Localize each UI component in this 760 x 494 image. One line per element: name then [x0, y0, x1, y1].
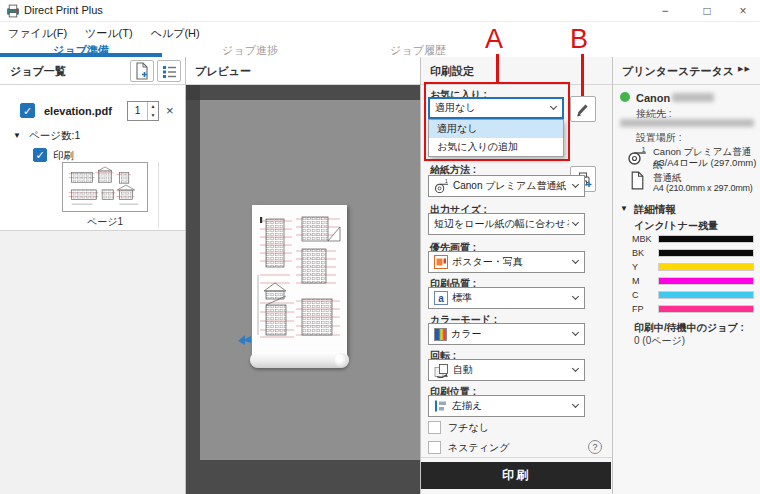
align-left-icon [434, 399, 448, 413]
redacted-printer-model [672, 93, 714, 102]
list-view-icon [161, 63, 178, 80]
chevron-down-icon [572, 365, 579, 372]
step-down-icon[interactable]: ▼ [148, 111, 158, 120]
tab-job-history[interactable]: ジョブ履歴 [338, 44, 498, 57]
ink-bar [658, 291, 754, 299]
divider [158, 162, 159, 228]
stepper-arrows[interactable]: ▲▼ [147, 102, 158, 120]
print-position-value: 左揃え [452, 399, 569, 413]
add-file-button[interactable] [130, 60, 154, 82]
annotation-box [424, 82, 570, 161]
horizontal-ruler [200, 85, 420, 100]
job-list-title: ジョブ一覧 [10, 64, 66, 79]
elevation-drawing [252, 205, 347, 357]
divider [420, 457, 612, 458]
ink-row: M [632, 274, 754, 288]
poster-photo-icon [434, 255, 448, 269]
print-button[interactable]: 印刷 [421, 462, 611, 489]
details-label: 詳細情報 [634, 203, 676, 217]
roll-paper-icon [627, 146, 647, 166]
preview-paper[interactable] [252, 205, 347, 357]
preview-title: プレビュー [195, 64, 251, 79]
ink-name: Y [632, 262, 658, 272]
ink-row: FP [632, 302, 754, 316]
menu-help[interactable]: ヘルプ(H) [151, 26, 200, 41]
help-icon[interactable]: ? [588, 440, 602, 454]
menu-file[interactable]: ファイル(F) [8, 26, 67, 41]
page-count-label: ページ数:1 [29, 129, 80, 143]
move-arrow-icon[interactable] [238, 334, 252, 346]
chevron-down-icon [572, 293, 579, 300]
paper-roll-curl [250, 352, 349, 368]
page-thumbnail[interactable] [62, 162, 148, 212]
annotation-letter-b: B [570, 24, 588, 55]
print-position-select[interactable]: 左揃え [428, 395, 585, 417]
chevron-down-icon [572, 329, 579, 336]
status-green-dot [620, 92, 630, 102]
ink-name: BK [632, 248, 658, 258]
ink-name: M [632, 276, 658, 286]
rotate-icon [434, 363, 449, 378]
chevron-down-icon [572, 219, 579, 226]
svg-text:a: a [438, 293, 444, 304]
sheet-media-line2: A4 (210.0mm x 297.0mm) [653, 183, 753, 193]
ink-name: MBK [632, 234, 658, 244]
nesting-label: ネスティング [448, 441, 509, 455]
remove-job-button[interactable]: × [166, 103, 174, 118]
ink-name: FP [632, 304, 658, 314]
nesting-checkbox[interactable] [428, 441, 441, 454]
minimize-button[interactable]: − [648, 0, 682, 22]
roll-end [334, 353, 348, 367]
list-view-button[interactable] [157, 60, 181, 82]
ink-bar [658, 263, 754, 271]
borderless-checkbox[interactable] [428, 421, 441, 434]
window-title: Direct Print Plus [24, 4, 103, 16]
ink-bar [658, 277, 754, 285]
location-label: 設置場所 : [636, 131, 682, 145]
add-file-icon [134, 62, 150, 80]
ink-levels: MBKBKYMCFP [632, 232, 754, 316]
job-list-empty-area [0, 230, 185, 494]
tab-job-progress[interactable]: ジョブ進捗 [162, 44, 338, 57]
job-checkbox[interactable]: ✓ [20, 103, 35, 118]
copies-stepper[interactable]: 1 ▲▼ [127, 101, 159, 121]
job-file-name[interactable]: elevation.pdf [44, 105, 112, 117]
color-mode-value: カラー [451, 327, 569, 341]
divider [420, 57, 421, 494]
print-page-label: 印刷 [53, 149, 74, 163]
jobs-label: 印刷中/待機中のジョブ : [634, 321, 744, 335]
maximize-button[interactable]: □ [690, 0, 724, 22]
print-quality-select[interactable]: a 標準 [428, 287, 585, 309]
collapse-triangle-icon[interactable]: ▼ [13, 131, 21, 140]
ink-row: Y [632, 260, 754, 274]
divider [612, 57, 613, 494]
thumbnail-drawing [64, 164, 146, 210]
collapse-panel-icon[interactable]: ▶▶ [738, 65, 751, 73]
quality-a-icon: a [434, 291, 448, 305]
rotation-select[interactable]: 自動 [428, 359, 585, 381]
page-thumbnail-label: ページ1 [62, 215, 148, 229]
menu-bar: ファイル(F) ツール(T) ヘルプ(H) [0, 22, 760, 44]
chevron-down-icon [572, 181, 579, 188]
vertical-ruler [185, 100, 200, 460]
paper-source-select[interactable]: Canon プレミアム普通紙 A3/A4ロール (29 [428, 175, 585, 197]
annotation-letter-a: A [485, 24, 503, 55]
output-size-select[interactable]: 短辺をロール紙の幅に合わせる [428, 213, 585, 235]
print-page-checkbox[interactable]: ✓ [33, 148, 47, 162]
title-bar: Direct Print Plus − □ × [0, 0, 760, 22]
ink-row: MBK [632, 232, 754, 246]
pencil-icon [575, 101, 591, 117]
step-up-icon[interactable]: ▲ [148, 102, 158, 111]
color-mode-select[interactable]: カラー [428, 323, 585, 345]
close-button[interactable]: × [726, 0, 760, 22]
rotation-value: 自動 [453, 363, 569, 377]
print-quality-value: 標準 [452, 291, 569, 305]
image-quality-select[interactable]: ポスター・写真 [428, 251, 585, 273]
edit-favorites-button[interactable] [570, 96, 596, 122]
menu-tools[interactable]: ツール(T) [85, 26, 133, 41]
preview-toolbar [185, 460, 420, 494]
cut-sheet-icon [630, 171, 645, 190]
ruler-corner [185, 85, 200, 100]
ink-row: BK [632, 246, 754, 260]
details-triangle-icon[interactable]: ▼ [620, 204, 628, 213]
